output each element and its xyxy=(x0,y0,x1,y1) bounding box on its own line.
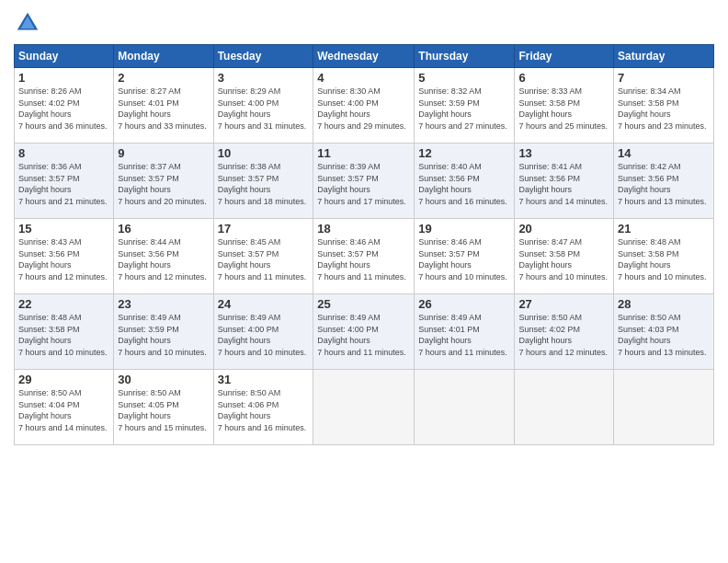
day-number: 17 xyxy=(218,222,310,236)
calendar-cell: 15 Sunrise: 8:43 AM Sunset: 3:56 PM Dayl… xyxy=(15,219,114,294)
day-number: 29 xyxy=(18,373,109,386)
day-number: 3 xyxy=(218,71,310,85)
calendar-cell: 22 Sunrise: 8:48 AM Sunset: 3:58 PM Dayl… xyxy=(15,294,114,370)
day-info: Sunrise: 8:48 AM Sunset: 3:58 PM Dayligh… xyxy=(618,236,710,282)
calendar-cell: 31 Sunrise: 8:50 AM Sunset: 4:06 PM Dayl… xyxy=(213,370,313,445)
week-row-3: 15 Sunrise: 8:43 AM Sunset: 3:56 PM Dayl… xyxy=(15,219,714,294)
calendar-cell: 9 Sunrise: 8:37 AM Sunset: 3:57 PM Dayli… xyxy=(114,144,213,219)
day-number: 23 xyxy=(118,297,209,311)
day-number: 6 xyxy=(518,71,609,85)
day-number: 2 xyxy=(118,71,209,85)
day-info: Sunrise: 8:49 AM Sunset: 4:00 PM Dayligh… xyxy=(317,312,410,358)
day-info: Sunrise: 8:49 AM Sunset: 4:00 PM Dayligh… xyxy=(218,312,310,358)
day-info: Sunrise: 8:34 AM Sunset: 3:58 PM Dayligh… xyxy=(618,86,710,132)
calendar-cell: 16 Sunrise: 8:44 AM Sunset: 3:56 PM Dayl… xyxy=(114,219,213,294)
day-number: 1 xyxy=(18,71,109,85)
logo-icon xyxy=(14,9,41,37)
day-number: 4 xyxy=(317,71,410,85)
calendar-cell: 10 Sunrise: 8:38 AM Sunset: 3:57 PM Dayl… xyxy=(213,144,313,219)
day-info: Sunrise: 8:50 AM Sunset: 4:06 PM Dayligh… xyxy=(218,387,310,433)
calendar-cell: 2 Sunrise: 8:27 AM Sunset: 4:01 PM Dayli… xyxy=(114,68,213,144)
day-number: 12 xyxy=(418,146,510,160)
col-header-thursday: Thursday xyxy=(415,45,515,68)
day-info: Sunrise: 8:33 AM Sunset: 3:58 PM Dayligh… xyxy=(518,86,609,132)
page: SundayMondayTuesdayWednesdayThursdayFrid… xyxy=(0,0,728,563)
week-row-4: 22 Sunrise: 8:48 AM Sunset: 3:58 PM Dayl… xyxy=(15,294,714,370)
day-info: Sunrise: 8:45 AM Sunset: 3:57 PM Dayligh… xyxy=(218,236,310,282)
day-number: 7 xyxy=(618,71,710,85)
calendar-cell: 25 Sunrise: 8:49 AM Sunset: 4:00 PM Dayl… xyxy=(313,294,415,370)
calendar-cell: 14 Sunrise: 8:42 AM Sunset: 3:56 PM Dayl… xyxy=(614,144,714,219)
col-header-friday: Friday xyxy=(515,45,614,68)
day-info: Sunrise: 8:32 AM Sunset: 3:59 PM Dayligh… xyxy=(418,86,510,132)
week-row-2: 8 Sunrise: 8:36 AM Sunset: 3:57 PM Dayli… xyxy=(15,144,714,219)
day-info: Sunrise: 8:44 AM Sunset: 3:56 PM Dayligh… xyxy=(118,236,209,282)
calendar-cell xyxy=(614,370,714,445)
day-number: 31 xyxy=(218,373,310,386)
day-number: 22 xyxy=(18,297,109,311)
calendar-cell: 18 Sunrise: 8:46 AM Sunset: 3:57 PM Dayl… xyxy=(313,219,415,294)
day-number: 20 xyxy=(518,222,609,236)
day-number: 25 xyxy=(317,297,410,311)
calendar-cell: 6 Sunrise: 8:33 AM Sunset: 3:58 PM Dayli… xyxy=(515,68,614,144)
header xyxy=(14,9,714,37)
calendar-cell: 12 Sunrise: 8:40 AM Sunset: 3:56 PM Dayl… xyxy=(415,144,515,219)
col-header-tuesday: Tuesday xyxy=(213,45,313,68)
calendar-cell xyxy=(415,370,515,445)
day-info: Sunrise: 8:49 AM Sunset: 3:59 PM Dayligh… xyxy=(118,312,209,358)
calendar-cell: 24 Sunrise: 8:49 AM Sunset: 4:00 PM Dayl… xyxy=(213,294,313,370)
day-number: 19 xyxy=(418,222,510,236)
day-info: Sunrise: 8:50 AM Sunset: 4:04 PM Dayligh… xyxy=(18,387,109,433)
day-number: 18 xyxy=(317,222,410,236)
day-info: Sunrise: 8:43 AM Sunset: 3:56 PM Dayligh… xyxy=(18,236,109,282)
day-info: Sunrise: 8:36 AM Sunset: 3:57 PM Dayligh… xyxy=(18,161,109,207)
calendar-cell: 5 Sunrise: 8:32 AM Sunset: 3:59 PM Dayli… xyxy=(415,68,515,144)
day-number: 11 xyxy=(317,146,410,160)
logo xyxy=(14,9,45,37)
day-number: 13 xyxy=(518,146,609,160)
calendar-cell: 29 Sunrise: 8:50 AM Sunset: 4:04 PM Dayl… xyxy=(15,370,114,445)
day-number: 14 xyxy=(618,146,710,160)
day-info: Sunrise: 8:49 AM Sunset: 4:01 PM Dayligh… xyxy=(418,312,510,358)
calendar-cell: 27 Sunrise: 8:50 AM Sunset: 4:02 PM Dayl… xyxy=(515,294,614,370)
day-number: 26 xyxy=(418,297,510,311)
week-row-5: 29 Sunrise: 8:50 AM Sunset: 4:04 PM Dayl… xyxy=(15,370,714,445)
day-info: Sunrise: 8:41 AM Sunset: 3:56 PM Dayligh… xyxy=(518,161,609,207)
day-info: Sunrise: 8:46 AM Sunset: 3:57 PM Dayligh… xyxy=(317,236,410,282)
header-row: SundayMondayTuesdayWednesdayThursdayFrid… xyxy=(15,45,714,68)
day-number: 15 xyxy=(18,222,109,236)
day-info: Sunrise: 8:46 AM Sunset: 3:57 PM Dayligh… xyxy=(418,236,510,282)
day-info: Sunrise: 8:39 AM Sunset: 3:57 PM Dayligh… xyxy=(317,161,410,207)
day-info: Sunrise: 8:50 AM Sunset: 4:02 PM Dayligh… xyxy=(518,312,609,358)
col-header-sunday: Sunday xyxy=(15,45,114,68)
calendar-cell: 13 Sunrise: 8:41 AM Sunset: 3:56 PM Dayl… xyxy=(515,144,614,219)
calendar-cell: 8 Sunrise: 8:36 AM Sunset: 3:57 PM Dayli… xyxy=(15,144,114,219)
calendar-cell: 30 Sunrise: 8:50 AM Sunset: 4:05 PM Dayl… xyxy=(114,370,213,445)
week-row-1: 1 Sunrise: 8:26 AM Sunset: 4:02 PM Dayli… xyxy=(15,68,714,144)
calendar-cell: 11 Sunrise: 8:39 AM Sunset: 3:57 PM Dayl… xyxy=(313,144,415,219)
day-info: Sunrise: 8:48 AM Sunset: 3:58 PM Dayligh… xyxy=(18,312,109,358)
calendar-cell: 7 Sunrise: 8:34 AM Sunset: 3:58 PM Dayli… xyxy=(614,68,714,144)
calendar-cell: 23 Sunrise: 8:49 AM Sunset: 3:59 PM Dayl… xyxy=(114,294,213,370)
calendar-cell: 4 Sunrise: 8:30 AM Sunset: 4:00 PM Dayli… xyxy=(313,68,415,144)
day-number: 8 xyxy=(18,146,109,160)
day-number: 27 xyxy=(518,297,609,311)
col-header-saturday: Saturday xyxy=(614,45,714,68)
calendar-cell: 17 Sunrise: 8:45 AM Sunset: 3:57 PM Dayl… xyxy=(213,219,313,294)
day-info: Sunrise: 8:42 AM Sunset: 3:56 PM Dayligh… xyxy=(618,161,710,207)
day-number: 30 xyxy=(118,373,209,386)
day-info: Sunrise: 8:50 AM Sunset: 4:03 PM Dayligh… xyxy=(618,312,710,358)
calendar-cell: 1 Sunrise: 8:26 AM Sunset: 4:02 PM Dayli… xyxy=(15,68,114,144)
col-header-wednesday: Wednesday xyxy=(313,45,415,68)
calendar-cell: 26 Sunrise: 8:49 AM Sunset: 4:01 PM Dayl… xyxy=(415,294,515,370)
day-info: Sunrise: 8:30 AM Sunset: 4:00 PM Dayligh… xyxy=(317,86,410,132)
day-number: 9 xyxy=(118,146,209,160)
calendar-cell: 19 Sunrise: 8:46 AM Sunset: 3:57 PM Dayl… xyxy=(415,219,515,294)
day-number: 5 xyxy=(418,71,510,85)
day-info: Sunrise: 8:50 AM Sunset: 4:05 PM Dayligh… xyxy=(118,387,209,433)
col-header-monday: Monday xyxy=(114,45,213,68)
day-info: Sunrise: 8:27 AM Sunset: 4:01 PM Dayligh… xyxy=(118,86,209,132)
calendar-cell: 28 Sunrise: 8:50 AM Sunset: 4:03 PM Dayl… xyxy=(614,294,714,370)
day-number: 28 xyxy=(618,297,710,311)
day-number: 16 xyxy=(118,222,209,236)
